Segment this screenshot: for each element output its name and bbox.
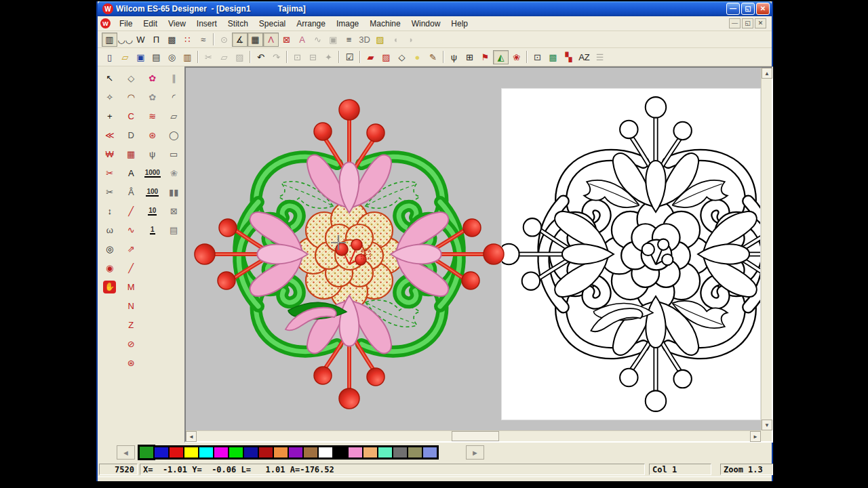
- rectangle-tool[interactable]: ▭: [163, 144, 185, 163]
- bitmap-tool-button[interactable]: ⊡: [530, 50, 545, 64]
- cross-stitch-button[interactable]: ∷: [180, 33, 195, 47]
- show-image-button[interactable]: ◭: [493, 50, 509, 64]
- travel-1000-tool[interactable]: 1000: [142, 163, 163, 182]
- copy-button[interactable]: ▱: [216, 50, 232, 64]
- print-preview-button[interactable]: ◎: [164, 50, 180, 64]
- color-swatch[interactable]: 5: [199, 447, 214, 458]
- travel-1-tool[interactable]: 1: [142, 220, 163, 239]
- elastic-right-button[interactable]: ◗: [403, 33, 419, 47]
- open-design-button[interactable]: ▱: [117, 50, 133, 64]
- color-swatch[interactable]: 10: [273, 447, 288, 458]
- image-flower-button[interactable]: ❀: [509, 50, 524, 64]
- outline-swatch-button[interactable]: ◇: [394, 50, 410, 64]
- group-button[interactable]: ⊡: [290, 50, 305, 64]
- triple-run-tool[interactable]: ⇗: [121, 239, 142, 258]
- color-swatch[interactable]: 9: [258, 447, 273, 458]
- color-swatch[interactable]: 3: [169, 447, 184, 458]
- scroll-left-button[interactable]: ◄: [186, 431, 197, 442]
- color-swatch[interactable]: 1: [139, 446, 154, 459]
- florentine-button[interactable]: A: [294, 33, 310, 47]
- applique-patch-tool[interactable]: ▦: [121, 144, 142, 163]
- arc-tool[interactable]: ◜: [163, 87, 185, 106]
- minimize-button[interactable]: —: [726, 3, 740, 15]
- horizontal-scroll-thumb[interactable]: [452, 431, 499, 441]
- flower-select-tool[interactable]: ❀: [163, 163, 185, 182]
- color-swatch[interactable]: 20: [422, 447, 437, 458]
- parallel-weave-tool[interactable]: ∥: [163, 68, 185, 87]
- travel-10-tool[interactable]: 10: [142, 201, 163, 220]
- open-shape-tool[interactable]: ▱: [163, 106, 185, 125]
- freehand-select-tool[interactable]: ✧: [99, 87, 121, 106]
- thread-colors-tool[interactable]: ▮▮: [163, 182, 185, 201]
- save-design-button[interactable]: ▣: [133, 50, 149, 64]
- three-d-button[interactable]: 3D: [357, 33, 372, 47]
- block-colors-button[interactable]: ▚: [561, 50, 576, 64]
- color-swatch[interactable]: 2: [154, 447, 169, 458]
- elastic-left-button[interactable]: ◖: [388, 33, 403, 47]
- pen-needle-button[interactable]: ✎: [425, 50, 441, 64]
- color-swatch[interactable]: 16: [363, 447, 378, 458]
- stop-simulator-tool[interactable]: ✋: [99, 277, 121, 296]
- thread-chart-button[interactable]: ▩: [545, 50, 561, 64]
- image-hide-tool[interactable]: ⊠: [163, 201, 185, 220]
- ungroup-button[interactable]: ⊟: [305, 50, 321, 64]
- stitch-select-tool[interactable]: ≪: [99, 125, 121, 144]
- menu-special[interactable]: Special: [254, 17, 291, 30]
- thread-cut-tool[interactable]: ✂: [99, 182, 121, 201]
- undo-button[interactable]: ↶: [253, 50, 269, 64]
- horizontal-scrollbar[interactable]: ◄ ►: [186, 430, 761, 441]
- color-swatch[interactable]: 6: [214, 447, 229, 458]
- color-swatch[interactable]: 7: [229, 447, 243, 458]
- menu-window[interactable]: Window: [406, 17, 446, 30]
- ripple-fill-button[interactable]: ≈: [195, 33, 211, 47]
- palette-left-arrow[interactable]: ◄: [117, 445, 135, 460]
- reshape-tool[interactable]: ◇: [121, 68, 142, 87]
- mdi-restore-button[interactable]: ◱: [742, 18, 753, 28]
- circle-cw-tool[interactable]: C: [121, 106, 142, 125]
- new-design-button[interactable]: ▯: [102, 50, 117, 64]
- satin-stitch-button[interactable]: ▥: [102, 33, 117, 47]
- feather-edge-button[interactable]: Λ: [263, 33, 279, 47]
- stitch-sequence-button[interactable]: ☰: [592, 50, 608, 64]
- accordion-button[interactable]: ≡: [341, 33, 357, 47]
- color-flags-button[interactable]: ⚑: [477, 50, 493, 64]
- restore-button[interactable]: ◱: [741, 3, 755, 15]
- chain-run-tool[interactable]: ∿: [121, 220, 142, 239]
- needle-point-tool[interactable]: ψ: [142, 144, 163, 163]
- color-swatch[interactable]: 8: [243, 447, 258, 458]
- cut-button[interactable]: ✂: [201, 50, 216, 64]
- input-b-tool[interactable]: ✿: [142, 87, 163, 106]
- color-swatch[interactable]: 17: [378, 447, 393, 458]
- wheel-fill-tool[interactable]: ⊛: [121, 353, 142, 372]
- baseline-arc-tool[interactable]: Â: [121, 182, 142, 201]
- stop-octagon-tool[interactable]: ⊘: [121, 334, 142, 353]
- color-swatch[interactable]: 11: [288, 447, 303, 458]
- zigzag-stitch-button[interactable]: W: [133, 33, 149, 47]
- zigzag-run-tool[interactable]: M: [121, 277, 142, 296]
- pattern-fill-button[interactable]: ▩: [164, 33, 180, 47]
- fan-fill-tool[interactable]: ω: [99, 220, 121, 239]
- single-run-tool[interactable]: ╱: [121, 258, 142, 277]
- write-to-machine-button[interactable]: ▥: [180, 50, 195, 64]
- menu-stitch[interactable]: Stitch: [222, 17, 254, 30]
- color-swatch[interactable]: 13: [318, 447, 333, 458]
- color-swatch[interactable]: 12: [303, 447, 318, 458]
- menu-machine[interactable]: Machine: [364, 17, 406, 30]
- z-run-tool[interactable]: Z: [121, 315, 142, 334]
- input-c-tool[interactable]: ✿: [142, 68, 163, 87]
- mesh-fill-button[interactable]: ▣: [326, 33, 341, 47]
- e-stitch-button[interactable]: Π: [149, 33, 164, 47]
- color-swatch[interactable]: 19: [408, 447, 422, 458]
- weave-fill-button[interactable]: ▦: [248, 33, 263, 47]
- dot-fill-button[interactable]: ⊙: [216, 33, 232, 47]
- title-bar[interactable]: W Wilcom ES-65 Designer - [Design1 Tajim…: [98, 1, 772, 16]
- color-swatch[interactable]: 14: [333, 447, 348, 458]
- sort-order-button[interactable]: AZ: [576, 50, 592, 64]
- pattern-box-button[interactable]: ⊠: [279, 33, 294, 47]
- transform-button[interactable]: ✦: [321, 50, 336, 64]
- color-swatch[interactable]: 15: [348, 447, 363, 458]
- scroll-up-button[interactable]: ▲: [762, 68, 772, 79]
- menu-edit[interactable]: Edit: [138, 17, 163, 30]
- canvas-viewport[interactable]: [186, 68, 761, 430]
- fill-swatch-button[interactable]: ●: [410, 50, 425, 64]
